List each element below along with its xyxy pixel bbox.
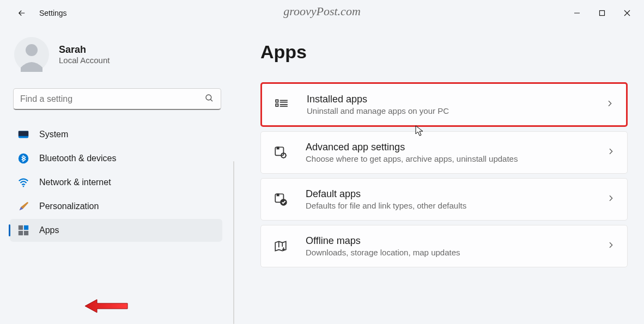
apps-icon [17,224,29,236]
card-offline-maps[interactable]: Offline maps Downloads, storage location… [260,225,628,267]
svg-rect-13 [24,231,28,235]
window-title: Settings [39,9,67,17]
svg-point-9 [23,186,25,187]
app-check-icon [273,192,288,207]
svg-rect-12 [19,231,23,235]
card-installed-apps[interactable]: Installed apps Uninstall and manage apps… [260,82,628,127]
bluetooth-icon [17,152,29,164]
search-icon [204,93,214,105]
wifi-icon [17,176,29,188]
sidebar: Sarah Local Account System Bluetooth [0,26,234,324]
page-title: Apps [260,41,628,63]
account-block[interactable]: Sarah Local Account [10,30,224,85]
card-subtitle: Choose where to get apps, archive apps, … [306,154,606,163]
svg-rect-10 [19,225,23,230]
card-title: Installed apps [307,94,605,105]
sidebar-item-label: Bluetooth & devices [39,154,116,163]
svg-point-3 [26,44,38,56]
chevron-right-icon [606,147,615,158]
account-text: Sarah Local Account [59,44,110,65]
back-button[interactable] [11,2,33,24]
svg-rect-24 [277,194,279,195]
svg-rect-1 [600,11,605,16]
sidebar-item-apps[interactable]: Apps [10,219,222,242]
sidebar-item-label: System [39,130,68,139]
search-input[interactable] [20,94,204,104]
svg-rect-14 [276,100,278,102]
maximize-button[interactable] [590,4,615,22]
svg-rect-7 [19,131,28,136]
chevron-right-icon [605,99,614,110]
card-title: Default apps [306,188,606,200]
window-controls [564,4,640,22]
svg-line-5 [210,99,212,101]
card-title: Advanced app settings [306,142,606,153]
chevron-right-icon [606,194,615,205]
sidebar-item-label: Apps [39,225,59,235]
svg-rect-15 [276,104,278,106]
account-name: Sarah [59,44,110,56]
card-advanced-app-settings[interactable]: Advanced app settings Choose where to ge… [260,131,628,174]
map-download-icon [273,239,288,254]
svg-rect-11 [24,225,28,230]
settings-cards: Installed apps Uninstall and manage apps… [260,82,628,267]
nav-list: System Bluetooth & devices Network & int… [10,123,224,242]
svg-rect-21 [277,147,279,149]
list-icon [274,97,289,112]
search-box[interactable] [13,88,221,110]
system-icon [17,129,29,140]
card-subtitle: Downloads, storage location, map updates [306,248,606,257]
card-subtitle: Defaults for file and link types, other … [306,201,606,210]
svg-point-4 [206,95,211,100]
card-subtitle: Uninstall and manage apps on your PC [307,106,605,115]
card-default-apps[interactable]: Default apps Defaults for file and link … [260,178,628,221]
paintbrush-icon [17,200,29,212]
sidebar-item-system[interactable]: System [10,123,222,146]
sidebar-item-bluetooth[interactable]: Bluetooth & devices [10,147,222,170]
main-content: Apps Installed apps Uninstall and manage… [234,26,644,324]
chevron-right-icon [606,241,615,252]
avatar [14,37,49,72]
sidebar-item-network[interactable]: Network & internet [10,171,222,194]
sidebar-item-label: Personalization [39,201,99,211]
titlebar: Settings [0,0,644,26]
app-gear-icon [273,145,288,160]
account-subtitle: Local Account [59,56,110,65]
sidebar-item-personalization[interactable]: Personalization [10,195,222,218]
minimize-button[interactable] [564,4,590,22]
close-button[interactable] [615,4,640,22]
card-title: Offline maps [306,235,606,247]
sidebar-item-label: Network & internet [39,178,111,187]
